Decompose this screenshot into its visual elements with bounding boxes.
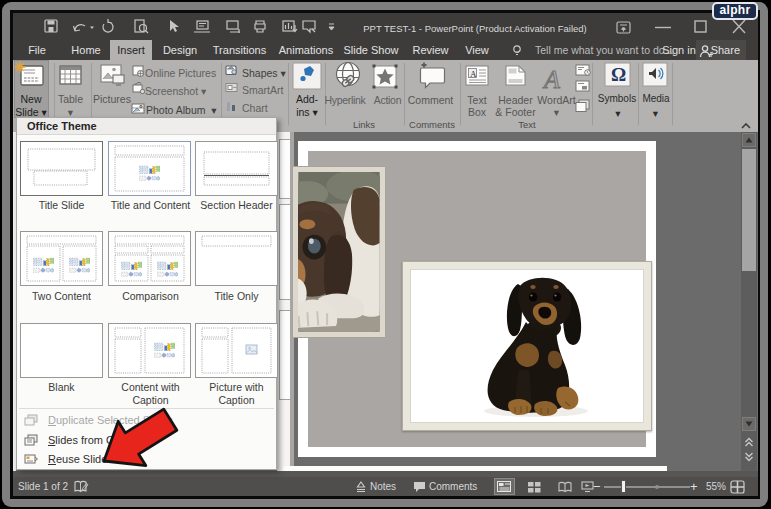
svg-text:A: A bbox=[470, 69, 477, 79]
svg-text:Ω: Ω bbox=[611, 64, 626, 85]
svg-text:A: A bbox=[542, 65, 560, 94]
